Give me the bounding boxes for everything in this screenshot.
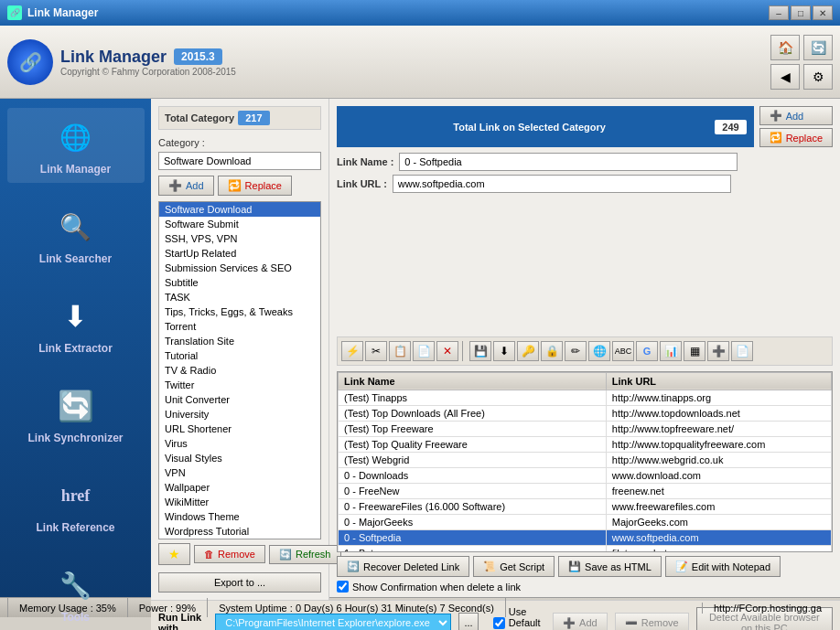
cat-replace-button[interactable]: 🔁 Replace (218, 176, 292, 196)
tool-plus-btn[interactable]: ➕ (707, 341, 729, 361)
get-script-button[interactable]: 📜 Get Script (473, 556, 555, 577)
table-cell-name: 1 - Betanews (339, 545, 607, 552)
tool-save-btn[interactable]: 💾 (469, 341, 491, 361)
edit-notepad-button[interactable]: 📝 Edit with Notepad (665, 556, 781, 577)
recover-button[interactable]: 🔄 Recover Deleted Link (337, 556, 469, 577)
cat-list-item[interactable]: Windows Theme (159, 509, 320, 524)
cat-list-item[interactable]: University (159, 407, 320, 422)
content-area: Total Category 217 Category : ➕ Add 🔁 Re… (151, 99, 840, 597)
table-row[interactable]: (Test) Tinappshttp://www.tinapps.org (339, 390, 832, 405)
cat-list-item[interactable]: Twitter (159, 378, 320, 392)
cat-btn-row: ➕ Add 🔁 Replace (158, 176, 321, 196)
sidebar-item-link-reference[interactable]: href Link Reference (7, 466, 145, 541)
cat-list-item[interactable]: Software Submit (159, 217, 320, 231)
table-row[interactable]: (Test) Top Downloads (All Free)http://ww… (339, 405, 832, 421)
refresh-icon-btn[interactable]: 🔄 (803, 35, 833, 60)
use-default-checkbox[interactable] (493, 617, 505, 629)
sidebar-item-link-searcher[interactable]: 🔍 Link Searcher (7, 198, 145, 272)
cat-list-item[interactable]: TASK (159, 290, 320, 304)
table-cell-name: 0 - FreeNew (339, 483, 607, 498)
table-cell-name: 0 - Downloads (339, 467, 607, 483)
tool-lock-btn[interactable]: 🔒 (541, 341, 563, 361)
app-logo: 🔗 (7, 39, 53, 85)
link-name-input[interactable] (399, 153, 738, 171)
link-add-button[interactable]: ➕ Add (759, 106, 833, 125)
tool-qr-btn[interactable]: ▦ (684, 341, 705, 361)
cat-list-item[interactable]: Wordpress Tutorial (159, 524, 320, 539)
save-html-button[interactable]: 💾 Save as HTML (558, 556, 662, 577)
export-button[interactable]: Export to ... (158, 572, 321, 593)
link-replace-button[interactable]: 🔁 Replace (759, 128, 833, 147)
cat-list-item[interactable]: TV & Radio (159, 363, 320, 378)
cat-star-button[interactable]: ★ (158, 543, 190, 565)
table-row[interactable]: (Test) Top Quality Freewarehttp://www.to… (339, 436, 832, 452)
table-row[interactable]: (Test) Top Freewarehttp://www.topfreewar… (339, 421, 832, 436)
tool-globe-btn[interactable]: 🌐 (588, 341, 610, 361)
cat-refresh-label: Refresh (296, 549, 331, 560)
cat-list-item[interactable]: Visual Styles (159, 451, 320, 465)
cat-remove-button[interactable]: 🗑 Remove (194, 545, 265, 563)
confirm-row: Show Confirmation when delete a link (337, 581, 833, 593)
link-table: Link Name Link URL (Test) Tinappshttp://… (338, 372, 832, 553)
sidebar-item-tools[interactable]: 🔧 Tools (7, 556, 145, 630)
link-url-input[interactable] (393, 175, 731, 193)
run-add-button[interactable]: ➕ Add (553, 613, 608, 631)
maximize-button[interactable]: □ (791, 5, 811, 20)
tool-download-btn[interactable]: ⬇ (493, 341, 515, 361)
run-remove-button[interactable]: ➖ Remove (615, 613, 689, 631)
tool-text-btn[interactable]: ABC (612, 341, 634, 361)
table-row[interactable]: 0 - FreeNewfreenew.net (339, 483, 832, 498)
cat-list-item[interactable]: Submission Services & SEO (159, 261, 320, 275)
category-input[interactable] (158, 152, 321, 170)
minimize-button[interactable]: – (769, 5, 789, 20)
cat-list-item[interactable]: Software Download (159, 202, 320, 217)
table-row[interactable]: (Test) Webgridhttp://www.webgrid.co.uk (339, 452, 832, 467)
tool-key-btn[interactable]: 🔑 (517, 341, 539, 361)
link-url-label: Link URL : (337, 178, 387, 189)
back-icon-btn[interactable]: ◀ (770, 64, 800, 90)
tool-edit-btn[interactable]: ✏ (565, 341, 587, 361)
settings-icon-btn[interactable]: ⚙ (803, 64, 833, 90)
tool-paste-btn[interactable]: 📄 (413, 341, 435, 361)
sidebar-item-link-synchronizer[interactable]: 🔄 Link Synchronizer (7, 377, 145, 452)
sidebar-label-link-synchronizer: Link Synchronizer (27, 432, 123, 444)
tool-bolt-btn[interactable]: ⚡ (341, 341, 363, 361)
cat-add-button[interactable]: ➕ Add (158, 176, 214, 196)
close-button[interactable]: ✕ (813, 5, 833, 20)
tool-delete-btn[interactable]: ✕ (436, 341, 458, 361)
tool-g-btn[interactable]: G (636, 341, 658, 361)
table-row[interactable]: 1 - Betanewsfiletorum.betanews.com (339, 545, 832, 552)
link-toolbar: ⚡ ✂ 📋 📄 ✕ 💾 ⬇ 🔑 🔒 ✏ 🌐 ABC G 📊 ▦ (337, 336, 833, 366)
tool-copy-btn[interactable]: 📋 (389, 341, 411, 361)
cat-list-item[interactable]: Tutorial (159, 348, 320, 363)
cat-list-item[interactable]: Unit Converter (159, 392, 320, 407)
show-confirm-checkbox[interactable] (337, 581, 349, 593)
cat-list-item[interactable]: SSH, VPS, VPN (159, 231, 320, 246)
cat-list-item[interactable]: Wallpaper (159, 480, 320, 495)
table-row[interactable]: 0 - MajorGeeksMajorGeeks.com (339, 514, 832, 529)
cat-list-item[interactable]: Subtitle (159, 275, 320, 290)
tool-cut-btn[interactable]: ✂ (365, 341, 387, 361)
cat-list-item[interactable]: Virus (159, 436, 320, 451)
cat-list-item[interactable]: Tips, Tricks, Eggs, & Tweaks (159, 304, 320, 319)
tool-doc-btn[interactable]: 📄 (731, 341, 753, 361)
home-icon-btn[interactable]: 🏠 (770, 35, 800, 60)
tool-chart-btn[interactable]: 📊 (660, 341, 682, 361)
table-row[interactable]: 0 - FreewareFiles (16.000 Software)www.f… (339, 498, 832, 514)
link-table-wrap: Link Name Link URL (Test) Tinappshttp://… (337, 371, 833, 553)
table-cell-url: http://www.topqualityfreeware.com (606, 436, 831, 452)
category-list[interactable]: Software DownloadSoftware SubmitSSH, VPS… (158, 201, 321, 539)
cat-remove-label: Remove (218, 549, 255, 560)
cat-bottom-bar: ★ 🗑 Remove 🔄 Refresh (158, 539, 321, 569)
cat-list-item[interactable]: URL Shortener (159, 422, 320, 436)
sidebar-item-link-extractor[interactable]: ⬇ Link Extractor (7, 287, 145, 362)
cat-list-item[interactable]: Translation Site (159, 334, 320, 348)
table-row[interactable]: 0 - Downloadswww.download.com (339, 467, 832, 483)
cat-list-item[interactable]: WikiMitter (159, 495, 320, 509)
table-row[interactable]: 0 - Softpediawww.softpedia.com (339, 529, 832, 545)
cat-list-item[interactable]: StartUp Related (159, 246, 320, 261)
sidebar-item-link-manager[interactable]: 🌐 Link Manager (7, 108, 145, 183)
table-cell-url: http://www.tinapps.org (606, 390, 831, 405)
cat-list-item[interactable]: VPN (159, 465, 320, 480)
cat-list-item[interactable]: Torrent (159, 319, 320, 334)
